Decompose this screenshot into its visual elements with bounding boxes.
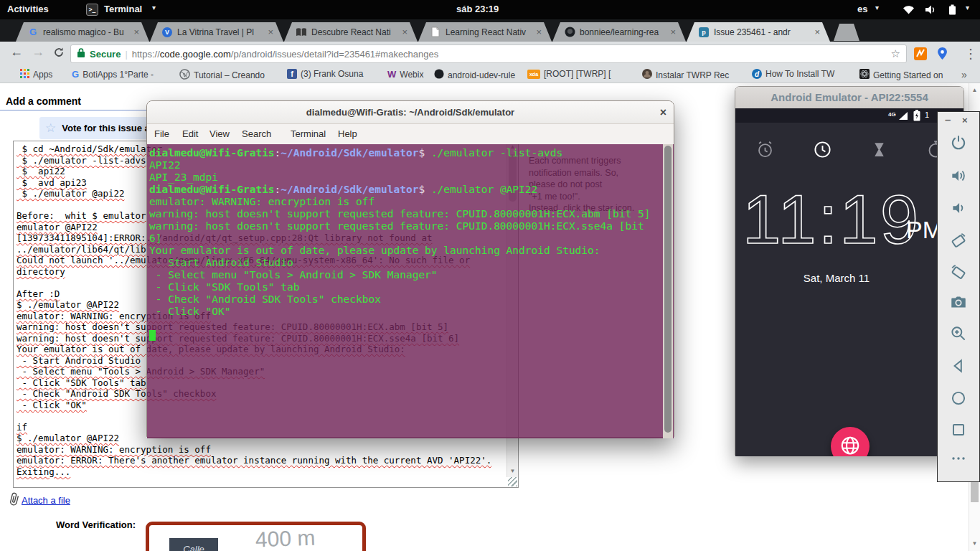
tab-github-learning[interactable]: bonniee/learning-rea ×: [552, 22, 686, 42]
page-scrollbar-thumb[interactable]: [971, 482, 979, 502]
secure-lock-icon: [77, 47, 85, 60]
emulator-minimize-icon[interactable]: –: [945, 113, 951, 126]
menu-file[interactable]: File: [154, 128, 169, 139]
extension-pin-icon[interactable]: [937, 47, 948, 63]
tab-la-vitrina-travel[interactable]: V La Vitrina Travel | Pl ×: [150, 22, 283, 42]
emulator-title-bar[interactable]: Android Emulator - API22:5554: [735, 87, 963, 108]
power-button-icon[interactable]: [938, 133, 979, 154]
tab-learning-react[interactable]: Learning React Nativ ×: [418, 22, 552, 42]
address-bar[interactable]: Secure | https://code.google.com/p/andro…: [70, 44, 907, 63]
tab-close-icon[interactable]: ×: [536, 27, 542, 37]
bookmarks-bar: Apps G BotiApps 1°Parte - Tutorial – Cre…: [0, 66, 980, 83]
system-caret-icon[interactable]: ▾: [966, 4, 969, 11]
bookmark-tutorial-wordpress[interactable]: Tutorial – Creando: [179, 69, 265, 82]
textarea-resize-grip[interactable]: [508, 477, 517, 486]
terminal-line: API_23_mdpi: [149, 171, 218, 184]
screenshot-camera-icon[interactable]: [938, 293, 979, 314]
clock-label[interactable]: sáb 23:19: [456, 4, 499, 14]
timer-hourglass-tab-icon[interactable]: [870, 141, 888, 161]
tab-close-icon[interactable]: ×: [814, 27, 820, 37]
bookmark-apps[interactable]: Apps: [20, 69, 52, 80]
keyboard-layout[interactable]: es: [857, 4, 867, 14]
lang-caret-icon: ▾: [875, 4, 879, 11]
tab-close-icon[interactable]: ×: [670, 27, 676, 37]
scroll-down-icon[interactable]: ▼: [507, 466, 518, 477]
app-menu-terminal[interactable]: Terminal: [104, 4, 142, 14]
terminal-line: - Click "OK": [149, 306, 231, 318]
page-scroll-down-icon[interactable]: ▼: [969, 538, 980, 550]
menu-search[interactable]: Search: [242, 128, 271, 139]
terminal-close-icon[interactable]: ×: [660, 105, 666, 120]
bookmark-root-twrp-xda[interactable]: xda [ROOT] [TWRP] [: [527, 69, 611, 79]
textarea-line: emulator: ERROR: There's another emulato…: [17, 455, 491, 466]
tab-close-icon[interactable]: ×: [133, 27, 139, 37]
back-icon[interactable]: ←: [10, 44, 23, 60]
rotate-right-icon[interactable]: [938, 263, 979, 283]
browser-tab-strip: G realismo magico - Bu × V La Vitrina Tr…: [0, 19, 980, 42]
word-verification-label: Word Verification:: [56, 519, 136, 530]
clock-tab-icon-active[interactable]: [813, 140, 832, 161]
tab-realismo-magico[interactable]: G realismo magico - Bu ×: [16, 22, 149, 42]
terminal-menu-bar: File Edit View Search Terminal Help: [147, 124, 674, 144]
tab-descubre-react[interactable]: Descubre React Nati ×: [284, 22, 418, 42]
menu-help[interactable]: Help: [338, 128, 357, 139]
captcha-word-light: 400 m: [255, 526, 316, 551]
bookmark-botiapps[interactable]: G BotiApps 1°Parte -: [72, 69, 154, 80]
bookmarks-overflow-icon[interactable]: »: [961, 69, 967, 80]
status-time: 1: [925, 110, 929, 119]
volume-up-icon[interactable]: [938, 166, 979, 187]
world-clock-fab[interactable]: [831, 427, 870, 456]
menu-terminal[interactable]: Terminal: [291, 128, 326, 139]
textarea-line: - Click "SDK Tools" tab: [17, 377, 146, 389]
attach-file-link[interactable]: Attach a file: [22, 495, 70, 506]
menu-edit[interactable]: Edit: [182, 128, 198, 139]
apps-grid-icon: [20, 69, 29, 80]
clock-time: 11:19: [743, 180, 920, 259]
zoom-icon[interactable]: [938, 324, 979, 345]
vitrina-favicon: V: [161, 27, 173, 38]
terminal-output[interactable]: dialmedu@Wifi-Gratis:~/Android/Sdk/emula…: [147, 144, 674, 438]
terminal-line: - Select menu "Tools > Android > SDK Man…: [149, 269, 438, 281]
vote-star-icon[interactable]: ☆: [45, 121, 56, 136]
wordpress-icon: [179, 69, 190, 82]
emulator-screen[interactable]: 4G 1 11:19 PM Sat, March 11: [735, 108, 963, 456]
terminal-scrollbar-thumb[interactable]: [664, 146, 672, 433]
tab-close-icon[interactable]: ×: [402, 27, 407, 37]
extension-zigzag-icon[interactable]: [914, 47, 927, 64]
bookmark-frank-osuna-facebook[interactable]: f (3) Frank Osuna: [287, 69, 363, 79]
app-menu-caret-icon: ▾: [152, 4, 156, 11]
back-nav-icon[interactable]: [938, 357, 979, 377]
bookmark-instalar-twrp[interactable]: Instalar TWRP Rec: [642, 69, 729, 81]
bookmark-star-icon[interactable]: ☆: [891, 47, 900, 60]
clock-app-tabs: [735, 137, 963, 166]
textarea-line: emulator: WARNING: encryption is off: [17, 444, 211, 456]
alarm-tab-icon[interactable]: [755, 140, 775, 161]
reload-icon[interactable]: [53, 47, 65, 62]
forward-icon[interactable]: →: [32, 44, 44, 60]
tab-close-icon[interactable]: ×: [268, 27, 273, 37]
rotate-left-icon[interactable]: [938, 231, 979, 252]
bookmark-getting-started[interactable]: Getting Started on: [859, 69, 943, 81]
page-scroll-up-icon[interactable]: ▲: [969, 85, 980, 96]
emulator-close-icon[interactable]: ×: [962, 115, 968, 126]
activities-button[interactable]: Activities: [7, 4, 49, 14]
terminal-title-bar[interactable]: dialmedu@Wifi-Gratis: ~/Android/Sdk/emul…: [147, 101, 674, 124]
browser-menu-kebab-icon[interactable]: ⋮: [964, 46, 977, 62]
terminal-scrollbar[interactable]: [663, 144, 673, 438]
clock-date: Sat, March 11: [735, 272, 938, 284]
tab-issue-235461-active[interactable]: p Issue 235461 - andr ×: [687, 22, 830, 42]
textarea-line: $ ./emulator @API22: [17, 299, 119, 311]
overview-nav-icon[interactable]: [938, 420, 979, 441]
new-tab-button[interactable]: [834, 24, 859, 41]
terminal-app-icon: >_: [86, 3, 98, 16]
battery-charging-icon: [913, 110, 920, 123]
volume-down-icon[interactable]: [938, 199, 979, 220]
more-options-icon[interactable]: [938, 454, 979, 465]
bookmark-webix[interactable]: W Webix: [387, 69, 423, 80]
home-nav-icon[interactable]: [938, 389, 979, 410]
gnome-top-bar: Activities >_ Terminal ▾ sáb 23:19 es ▾ …: [0, 0, 980, 19]
bookmark-android-udev-rules[interactable]: android-udev-rule: [434, 69, 515, 81]
bookmark-how-to-install-twrp[interactable]: d How To Install TW: [752, 69, 834, 79]
terminal-line: emulator: WARNING: encryption is off: [149, 196, 374, 208]
menu-view[interactable]: View: [209, 128, 230, 139]
